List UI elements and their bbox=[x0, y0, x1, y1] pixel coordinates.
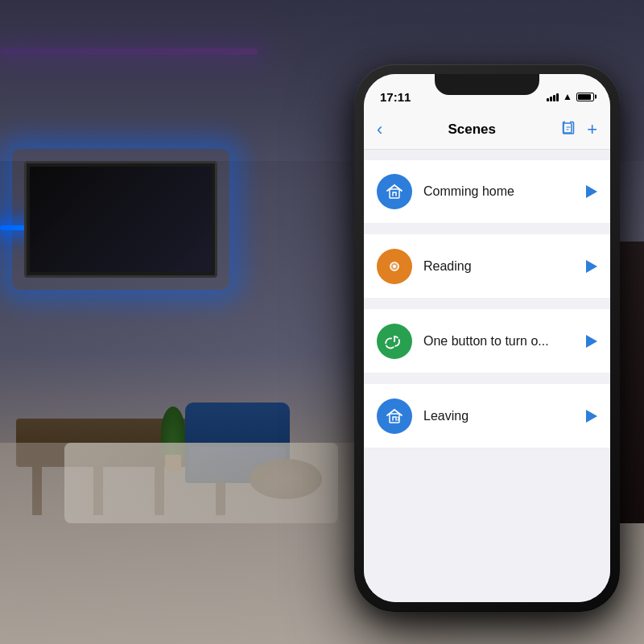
svg-point-4 bbox=[393, 265, 396, 268]
wifi-icon: ▲ bbox=[563, 91, 572, 102]
status-icons: ▲ bbox=[547, 91, 594, 102]
reading-icon-wrapper bbox=[377, 249, 412, 284]
scene-name-reading: Reading bbox=[423, 259, 586, 274]
add-icon[interactable]: + bbox=[587, 119, 597, 140]
leaving-icon-wrapper bbox=[377, 398, 412, 434]
signal-bar-3 bbox=[553, 95, 555, 101]
one-button-icon-wrapper bbox=[377, 324, 412, 359]
svg-rect-1 bbox=[390, 189, 399, 198]
scene-item-reading[interactable]: Reading bbox=[364, 234, 610, 299]
nav-title: Scenes bbox=[448, 122, 496, 138]
leaving-icon bbox=[384, 406, 405, 427]
tv bbox=[24, 161, 217, 278]
signal-bar-1 bbox=[547, 98, 549, 101]
nav-bar: ‹ Scenes + bbox=[364, 109, 610, 150]
battery-icon bbox=[576, 93, 594, 101]
notch bbox=[435, 74, 539, 95]
scene-item-comming-home[interactable]: Comming home bbox=[364, 159, 610, 224]
signal-bar-2 bbox=[550, 97, 552, 101]
status-time: 17:11 bbox=[380, 90, 411, 104]
signal-bar-4 bbox=[556, 93, 559, 101]
gap bbox=[364, 225, 610, 234]
tv-screen bbox=[30, 167, 212, 272]
svg-rect-0 bbox=[564, 123, 572, 133]
signal-bars-icon bbox=[547, 92, 559, 101]
scene-name-leaving: Leaving bbox=[423, 409, 586, 423]
rug bbox=[64, 443, 338, 523]
play-button-comming-home[interactable] bbox=[586, 185, 597, 198]
scene-name-comming-home: Comming home bbox=[423, 184, 586, 199]
power-icon bbox=[384, 331, 405, 352]
back-button[interactable]: ‹ bbox=[377, 119, 382, 140]
play-button-one-button[interactable] bbox=[586, 335, 597, 348]
scene-item-leaving[interactable]: Leaving bbox=[364, 384, 610, 448]
gap bbox=[364, 374, 610, 384]
play-button-leaving[interactable] bbox=[586, 410, 597, 423]
edit-icon[interactable] bbox=[561, 121, 576, 138]
play-button-reading[interactable] bbox=[586, 260, 597, 273]
reading-icon bbox=[384, 256, 405, 277]
phone-wrapper: 17:11 ▲ ‹ Scenes bbox=[354, 64, 620, 612]
phone-body: 17:11 ▲ ‹ Scenes bbox=[354, 64, 620, 612]
phone-screen: 17:11 ▲ ‹ Scenes bbox=[364, 74, 610, 602]
nav-actions: + bbox=[561, 119, 597, 140]
svg-rect-5 bbox=[390, 414, 399, 423]
battery-fill bbox=[578, 94, 591, 100]
scenes-list: Comming home Reading bbox=[364, 150, 610, 602]
comming-home-icon-wrapper bbox=[377, 174, 412, 209]
scene-name-one-button: One button to turn o... bbox=[423, 334, 586, 349]
gap bbox=[364, 299, 610, 309]
comming-home-icon bbox=[384, 181, 405, 202]
scene-item-one-button[interactable]: One button to turn o... bbox=[364, 309, 610, 374]
